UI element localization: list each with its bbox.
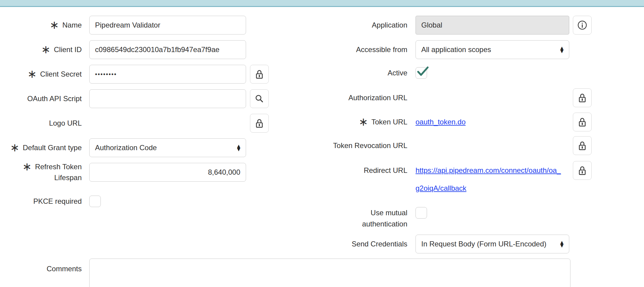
application-row: Application Global xyxy=(327,16,592,35)
token-url-link[interactable]: oauth_token.do xyxy=(416,118,465,126)
client-secret-lock-button[interactable] xyxy=(250,65,269,84)
redirect-url-label: Redirect URL xyxy=(327,161,407,180)
name-input[interactable] xyxy=(89,16,246,35)
redirect-url-field: https://api.pipedream.com/connect/oauth/… xyxy=(416,161,569,194)
redirect-url-link[interactable]: https://api.pipedream.com/connect/oauth/… xyxy=(416,161,569,194)
use-mutual-authentication-label: Use mutual authentication xyxy=(327,207,407,229)
comments-label: Comments xyxy=(0,259,82,274)
lock-icon xyxy=(578,140,587,151)
application-label: Application xyxy=(327,16,407,35)
default-grant-type-row: ∗ Default Grant type Authorization Code … xyxy=(0,138,269,157)
required-icon: ∗ xyxy=(50,22,59,28)
form-right-column: Application Global xyxy=(327,16,592,259)
select-arrows-icon: ▲▼ xyxy=(237,144,240,151)
redirect-url-row: Redirect URL https://api.pipedream.com/c… xyxy=(327,161,592,194)
accessible-from-select[interactable]: All application scopes ▲▼ xyxy=(416,40,569,59)
refresh-token-lifespan-row: ∗ Refresh Token Lifespan xyxy=(0,163,269,182)
select-value: Authorization Code xyxy=(95,144,157,152)
application-info-button[interactable] xyxy=(573,16,592,35)
authorization-url-row: Authorization URL xyxy=(327,88,592,107)
default-grant-type-label: ∗ Default Grant type xyxy=(0,138,82,157)
select-value: All application scopes xyxy=(421,45,491,54)
send-credentials-row: Send Credentials In Request Body (Form U… xyxy=(327,235,592,253)
authorization-url-label: Authorization URL xyxy=(327,88,407,107)
application-readonly-field: Global xyxy=(416,16,569,35)
logo-url-empty-field xyxy=(89,114,246,133)
authorization-url-empty-field xyxy=(416,88,569,107)
logo-url-row: Logo URL xyxy=(0,114,269,133)
oauth-api-script-input[interactable] xyxy=(89,89,246,108)
search-icon xyxy=(255,94,264,103)
required-icon: ∗ xyxy=(10,145,19,151)
accessible-from-row: Accessible from All application scopes ▲… xyxy=(327,40,592,59)
required-icon: ∗ xyxy=(28,71,37,77)
pkce-required-checkbox[interactable] xyxy=(89,196,101,207)
required-icon: ∗ xyxy=(41,47,51,53)
token-url-row: ∗ Token URL oauth_token.do xyxy=(327,113,592,131)
comments-row: Comments xyxy=(0,259,644,287)
default-grant-type-select[interactable]: Authorization Code ▲▼ xyxy=(89,138,246,157)
refresh-token-lifespan-label: ∗ Refresh Token Lifespan xyxy=(0,163,82,182)
lock-icon xyxy=(255,69,264,79)
use-mutual-authentication-row: Use mutual authentication xyxy=(327,207,592,229)
token-revocation-url-lock-button[interactable] xyxy=(573,136,592,155)
required-icon: ∗ xyxy=(359,119,368,125)
redirect-url-lock-button[interactable] xyxy=(573,161,592,180)
lock-icon xyxy=(255,118,264,128)
token-revocation-url-empty-field xyxy=(416,136,569,155)
client-secret-row: ∗ Client Secret xyxy=(0,65,269,84)
authorization-url-lock-button[interactable] xyxy=(573,88,592,107)
select-arrows-icon: ▲▼ xyxy=(560,241,564,247)
send-credentials-select[interactable]: In Request Body (Form URL-Encoded) ▲▼ xyxy=(416,235,569,253)
form-left-column: ∗ Name ∗ Client ID xyxy=(0,16,269,213)
form-page: ∗ Name ∗ Client ID xyxy=(0,0,644,287)
active-row: Active xyxy=(327,67,592,79)
form-header-strip xyxy=(0,0,644,7)
lock-icon xyxy=(578,117,587,127)
select-arrows-icon: ▲▼ xyxy=(560,46,564,53)
token-url-lock-button[interactable] xyxy=(573,113,592,131)
logo-url-lock-button[interactable] xyxy=(250,114,269,133)
info-icon xyxy=(577,20,587,30)
oauth-registry-form: ∗ Name ∗ Client ID xyxy=(0,7,644,287)
token-url-field: oauth_token.do xyxy=(416,113,569,131)
required-icon: ∗ xyxy=(22,164,32,170)
oauth-api-script-search-button[interactable] xyxy=(250,89,269,108)
pkce-required-row: PKCE required xyxy=(0,196,269,207)
client-id-label: ∗ Client ID xyxy=(0,40,82,59)
client-secret-label: ∗ Client Secret xyxy=(0,65,82,84)
select-value: In Request Body (Form URL-Encoded) xyxy=(421,240,547,248)
token-revocation-url-row: Token Revocation URL xyxy=(327,136,592,155)
token-revocation-url-label: Token Revocation URL xyxy=(327,136,407,155)
oauth-api-script-row: OAuth API Script xyxy=(0,89,269,108)
lock-icon xyxy=(578,93,587,103)
client-id-input[interactable] xyxy=(89,40,246,59)
checkmark-icon xyxy=(416,65,429,78)
logo-url-label: Logo URL xyxy=(0,114,82,133)
name-label: ∗ Name xyxy=(0,16,82,35)
active-label: Active xyxy=(327,67,407,79)
accessible-from-label: Accessible from xyxy=(327,40,407,59)
active-checkbox[interactable] xyxy=(416,67,427,79)
client-secret-input[interactable] xyxy=(89,65,246,84)
oauth-api-script-label: OAuth API Script xyxy=(0,89,82,108)
lock-icon xyxy=(578,165,587,176)
pkce-required-label: PKCE required xyxy=(0,196,82,207)
token-url-label: ∗ Token URL xyxy=(327,113,407,131)
refresh-token-lifespan-input[interactable] xyxy=(89,163,246,182)
client-id-row: ∗ Client ID xyxy=(0,40,269,59)
send-credentials-label: Send Credentials xyxy=(327,235,407,253)
name-row: ∗ Name xyxy=(0,16,269,35)
use-mutual-authentication-checkbox[interactable] xyxy=(416,207,427,219)
comments-textarea[interactable] xyxy=(89,259,570,287)
